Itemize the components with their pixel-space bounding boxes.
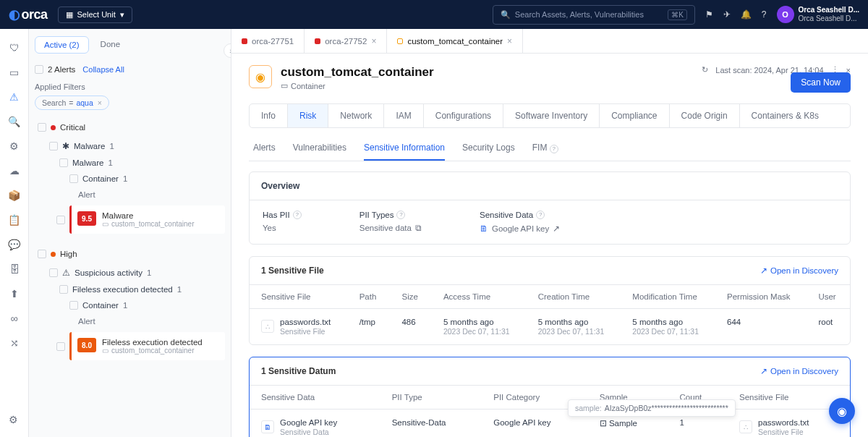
subtab-sensitive-info[interactable]: Sensitive Information	[364, 137, 445, 161]
red-dot-icon	[315, 38, 320, 44]
datum-type: Sensitive-Data	[380, 409, 482, 437]
close-icon[interactable]: ×	[371, 36, 376, 46]
subtab-security-logs[interactable]: Security Logs	[462, 137, 515, 161]
file-icon: 🗎	[480, 224, 488, 233]
alert-checkbox[interactable]	[56, 216, 65, 224]
checkbox[interactable]	[69, 301, 78, 310]
col-perm[interactable]: Permission Mask	[715, 284, 807, 308]
remove-filter-icon[interactable]: ×	[98, 98, 102, 107]
bell-icon[interactable]: 🔔	[741, 9, 752, 20]
high-label: High	[60, 250, 77, 258]
tab-info[interactable]: Info	[250, 104, 288, 127]
nav-clipboard-icon[interactable]: 📋	[8, 214, 20, 226]
nav-db-icon[interactable]: 🗄	[9, 263, 20, 275]
tab-orca-27752[interactable]: orca-27752×	[305, 29, 387, 53]
col-size[interactable]: Size	[390, 284, 431, 308]
logo[interactable]: orca	[9, 7, 48, 22]
avatar[interactable]: O	[777, 6, 794, 23]
nav-box-icon[interactable]: ▭	[9, 67, 19, 78]
open-in-discovery-link[interactable]: ↗Open in Discovery	[760, 366, 838, 376]
tab-custom-tomcat[interactable]: custom_tomcat_container×	[387, 29, 523, 53]
alert-card-malware[interactable]: 9.5 Malware ▭custom_tomcat_container	[69, 205, 225, 234]
help-fab[interactable]: ◉	[829, 398, 855, 424]
tab-code-origin[interactable]: Code Origin	[670, 104, 740, 127]
score-badge: 9.5	[77, 211, 96, 226]
nav-alert-icon[interactable]: ⚠	[9, 91, 19, 103]
nav-infinity-icon[interactable]: ∞	[11, 313, 18, 324]
col-data[interactable]: Sensitive Data	[250, 385, 380, 409]
col-user[interactable]: User	[807, 284, 850, 308]
send-icon[interactable]: ✈	[723, 9, 731, 20]
nav-shield-icon[interactable]: 🛡	[9, 42, 20, 54]
filter-chip[interactable]: Search = aqua ×	[35, 96, 109, 110]
checkbox[interactable]	[59, 158, 68, 167]
table-row[interactable]: ∴passwords.txtSensitive File /tmp 486 5 …	[250, 308, 850, 344]
col-path[interactable]: Path	[348, 284, 391, 308]
critical-checkbox[interactable]	[38, 123, 46, 132]
help-icon[interactable]: ?	[536, 211, 545, 219]
tree-fileless[interactable]: Fileless execution detected	[72, 285, 173, 294]
tree-container[interactable]: Container	[82, 174, 119, 183]
checkbox[interactable]	[49, 142, 58, 150]
nav-chat-icon[interactable]: 💬	[8, 239, 20, 250]
account-sub: Orca Seashell D...	[799, 14, 860, 23]
alert-checkbox-2[interactable]	[56, 342, 65, 351]
settings-icon[interactable]: ⚙	[9, 414, 18, 425]
help-icon[interactable]: ?	[396, 211, 405, 219]
nav-sliders-icon[interactable]: ⚙	[9, 140, 19, 152]
file-icon: ∴	[739, 420, 752, 433]
scan-now-button[interactable]: Scan Now	[791, 72, 851, 93]
tab-software[interactable]: Software Inventory	[503, 104, 600, 127]
nav-shuffle-icon[interactable]: ⤭	[10, 337, 19, 349]
external-link-icon[interactable]: ↗	[553, 224, 560, 234]
panel-expand-handle[interactable]: ›	[224, 43, 231, 58]
subtab-fim[interactable]: FIM ?	[532, 137, 558, 161]
open-in-discovery-link[interactable]: ↗Open in Discovery	[760, 266, 838, 276]
tree-malware[interactable]: Malware	[74, 142, 105, 150]
nav-upload-icon[interactable]: ⬆	[10, 288, 19, 300]
red-dot-icon	[242, 38, 247, 44]
close-icon[interactable]: ×	[507, 36, 512, 46]
tree-suspicious[interactable]: Suspicious activity	[75, 268, 142, 277]
col-pii-type[interactable]: PII Type	[380, 385, 482, 409]
nav-search-icon[interactable]: 🔍	[8, 116, 20, 127]
global-search[interactable]: 🔍 Search Assets, Alerts, Vulnerabilities…	[493, 5, 695, 25]
tab-iam[interactable]: IAM	[384, 104, 423, 127]
help-icon[interactable]: ?	[550, 145, 558, 153]
high-checkbox[interactable]	[38, 250, 46, 258]
tab-compliance[interactable]: Compliance	[600, 104, 669, 127]
tab-orca-27751[interactable]: orca-27751	[231, 29, 305, 53]
col-file[interactable]: Sensitive File	[250, 284, 348, 308]
nav-cloud-icon[interactable]: ☁	[9, 165, 20, 177]
help-icon[interactable]: ?	[293, 211, 302, 219]
datum-sample[interactable]: Sample	[609, 419, 637, 428]
tab-active[interactable]: Active (2)	[35, 36, 89, 54]
tree-malware-sub[interactable]: Malware	[72, 158, 103, 167]
tab-done[interactable]: Done	[92, 36, 129, 54]
copy-icon[interactable]: ⧉	[415, 224, 422, 233]
col-access[interactable]: Access Time	[432, 284, 527, 308]
subtab-alerts[interactable]: Alerts	[253, 137, 276, 161]
collapse-all-link[interactable]: Collapse All	[82, 65, 124, 74]
col-creation[interactable]: Creation Time	[527, 284, 621, 308]
file-tabs: orca-27751 orca-27752× custom_tomcat_con…	[231, 29, 868, 54]
col-mod[interactable]: Modification Time	[621, 284, 715, 308]
select-unit-dropdown[interactable]: ▦ Select Unit ▾	[58, 7, 132, 23]
alert-card-fileless[interactable]: 8.0 Fileless execution detected ▭custom_…	[69, 332, 225, 360]
flag-icon[interactable]: ⚑	[705, 9, 713, 20]
tab-containers-k8s[interactable]: Containers & K8s	[740, 104, 830, 127]
checkbox[interactable]	[69, 174, 78, 183]
tab-network[interactable]: Network	[328, 104, 384, 127]
tree-container-2[interactable]: Container	[82, 301, 119, 310]
nav-package-icon[interactable]: 📦	[8, 190, 20, 201]
help-icon[interactable]: ?	[762, 9, 767, 20]
checkbox[interactable]	[49, 268, 58, 277]
select-all-checkbox[interactable]	[35, 65, 43, 74]
tab-configurations[interactable]: Configurations	[424, 104, 503, 127]
datum-heading: 1 Sensitive Datum	[261, 366, 336, 376]
subtab-vulnerabilities[interactable]: Vulnerabilities	[293, 137, 346, 161]
tab-risk[interactable]: Risk	[288, 104, 328, 127]
table-row[interactable]: 🗎Google API keySensitive Data Sensitive-…	[250, 409, 850, 437]
account-menu[interactable]: Orca Seashell D... Orca Seashell D...	[799, 6, 860, 23]
checkbox[interactable]	[59, 285, 68, 294]
